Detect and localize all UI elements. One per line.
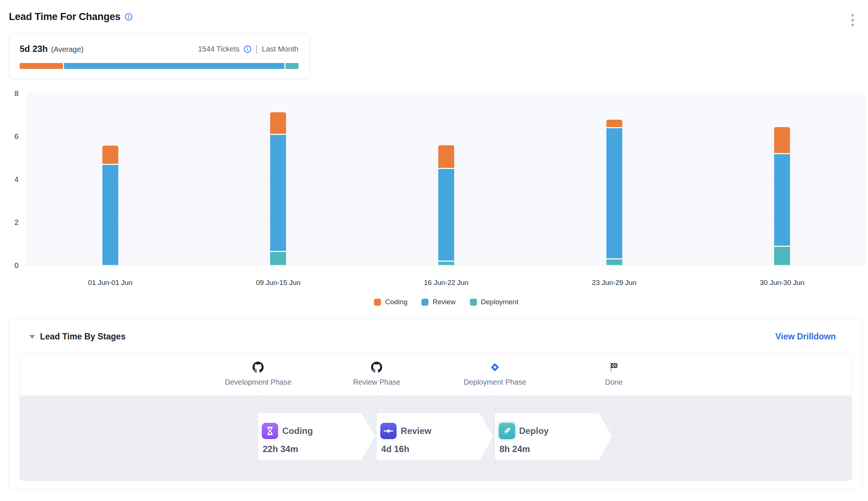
y-axis: 02468 xyxy=(0,94,19,266)
legend-item-deployment[interactable]: Deployment xyxy=(470,298,518,306)
stage-duration: 8h 24m xyxy=(499,444,612,454)
bar-segment-deployment xyxy=(438,262,454,265)
bar-30 Jun-30 Jun[interactable] xyxy=(774,127,790,265)
bar-segment-coding xyxy=(438,145,454,168)
github-icon xyxy=(253,361,264,373)
stages-table: Development Phase Review Phase Deploymen… xyxy=(20,354,852,481)
bar-01 Jun-01 Jun[interactable] xyxy=(102,146,118,265)
distribution-segment-review xyxy=(64,63,284,69)
bar-segment-coding xyxy=(774,127,790,153)
distribution-segment-coding xyxy=(20,63,63,69)
gridline xyxy=(26,93,866,94)
bar-segment-review xyxy=(102,165,118,265)
tickets-count: 1544 Tickets xyxy=(198,45,240,53)
average-lead-time-value: 5d 23h xyxy=(20,44,48,54)
checkered-flag-icon xyxy=(609,361,619,373)
triangle-down-icon[interactable] xyxy=(29,335,35,339)
phase-header-row: Development Phase Review Phase Deploymen… xyxy=(20,354,852,395)
legend-swatch xyxy=(374,299,381,306)
phase-done: Done xyxy=(605,354,623,386)
bar-23 Jun-29 Jun[interactable] xyxy=(606,120,622,265)
bar-segment-review xyxy=(270,135,286,251)
gridline xyxy=(26,136,866,137)
gridline xyxy=(26,265,866,266)
stage-card-coding[interactable]: Coding 22h 34m xyxy=(258,413,375,460)
legend-swatch xyxy=(470,299,477,306)
stage-card-deploy[interactable]: Deploy 8h 24m xyxy=(495,413,612,460)
stages-section-title: Lead Time By Stages xyxy=(40,332,126,342)
info-icon[interactable] xyxy=(244,45,251,53)
y-tick-label: 8 xyxy=(0,89,19,98)
x-tick-label: 23 Jun-29 Jun xyxy=(592,279,636,287)
y-tick-label: 6 xyxy=(0,132,19,141)
separator: | xyxy=(256,44,258,54)
phase-deployment: Deployment Phase xyxy=(464,354,526,386)
chart-legend: CodingReviewDeployment xyxy=(26,298,866,306)
git-commit-icon xyxy=(380,423,397,439)
y-tick-label: 2 xyxy=(0,218,19,227)
bar-segment-review xyxy=(774,154,790,246)
distribution-segment-deployment xyxy=(286,63,298,69)
info-icon[interactable] xyxy=(125,13,133,21)
y-tick-label: 4 xyxy=(0,175,19,184)
legend-item-coding[interactable]: Coding xyxy=(374,298,407,306)
bar-segment-review xyxy=(606,128,622,258)
stage-duration: 4d 16h xyxy=(380,444,493,454)
bar-segment-review xyxy=(438,169,454,261)
x-tick-label: 30 Jun-30 Jun xyxy=(760,279,804,287)
jira-diamond-icon xyxy=(490,361,500,373)
lead-time-chart: 02468 01 Jun-01 Jun09 Jun-15 Jun16 Jun-2… xyxy=(0,94,868,309)
legend-item-review[interactable]: Review xyxy=(421,298,455,306)
lead-time-by-stages-section: Lead Time By Stages View Drilldown Devel… xyxy=(9,318,863,490)
legend-label: Deployment xyxy=(481,298,518,306)
legend-label: Review xyxy=(433,298,455,306)
column-divider xyxy=(614,395,614,481)
x-tick-label: 01 Jun-01 Jun xyxy=(88,279,133,287)
kebab-menu-icon[interactable] xyxy=(850,12,855,29)
rocket-icon xyxy=(499,423,515,439)
x-axis-labels: 01 Jun-01 Jun09 Jun-15 Jun16 Jun-22 Jun2… xyxy=(26,279,866,288)
y-tick-label: 0 xyxy=(0,261,19,270)
bar-09 Jun-15 Jun[interactable] xyxy=(270,112,286,265)
plot-area xyxy=(26,94,866,266)
legend-label: Coding xyxy=(385,298,407,306)
bar-segment-coding xyxy=(606,120,622,127)
period-label: Last Month xyxy=(262,45,298,53)
bar-segment-deployment xyxy=(774,247,790,265)
view-drilldown-link[interactable]: View Drilldown xyxy=(775,332,836,342)
summary-card: 5d 23h (Average) 1544 Tickets | Last Mon… xyxy=(9,33,310,79)
phase-review: Review Phase xyxy=(353,354,400,386)
bar-segment-coding xyxy=(102,146,118,164)
github-icon xyxy=(371,361,382,373)
stages-flow-row: Coding 22h 34m Review xyxy=(20,395,852,481)
legend-swatch xyxy=(421,299,428,306)
phase-development: Development Phase xyxy=(225,354,291,386)
stage-duration: 22h 34m xyxy=(262,444,375,454)
bar-segment-coding xyxy=(270,112,286,134)
page-title: Lead Time For Changes xyxy=(9,11,120,23)
bar-segment-deployment xyxy=(606,259,622,265)
widget-header: Lead Time For Changes xyxy=(9,11,855,29)
stage-distribution-bar xyxy=(20,63,298,69)
x-tick-label: 09 Jun-15 Jun xyxy=(256,279,300,287)
x-tick-label: 16 Jun-22 Jun xyxy=(424,279,468,287)
hourglass-icon xyxy=(262,423,278,439)
average-qualifier: (Average) xyxy=(51,45,83,54)
stage-card-review[interactable]: Review 4d 16h xyxy=(377,413,493,460)
lead-time-widget: Lead Time For Changes 5d 23h (Average) 1… xyxy=(0,0,868,501)
bar-segment-deployment xyxy=(270,252,286,265)
bar-16 Jun-22 Jun[interactable] xyxy=(438,145,454,265)
